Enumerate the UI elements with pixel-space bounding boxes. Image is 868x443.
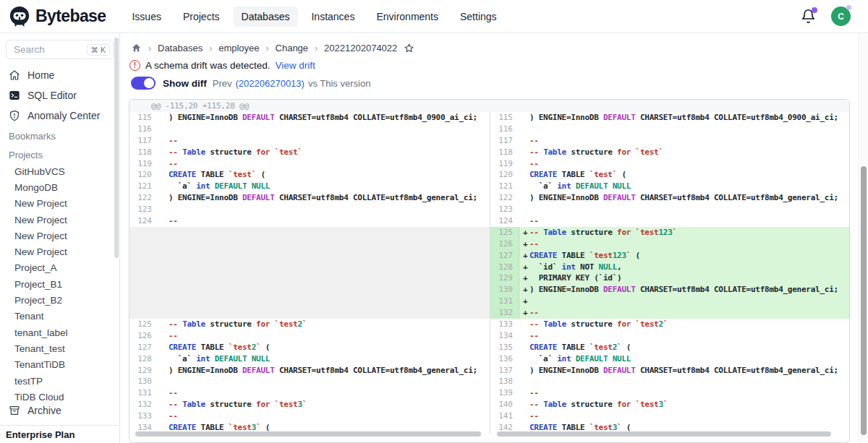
nav-item-projects[interactable]: Projects [174,7,229,27]
breadcrumb-home-icon[interactable] [131,43,142,53]
sidebar-item-sql-editor[interactable]: SQL Editor [0,85,119,106]
page-scrollbar-thumb[interactable] [861,166,867,435]
top-navigation-bar: Bytebase IssuesProjectsDatabasesInstance… [0,0,868,33]
line-number: 131 [490,296,519,307]
breadcrumb-item[interactable]: employee [218,43,259,53]
sidebar-project-item[interactable]: Tenant [0,309,119,324]
diff-row: 127CREATE TABLE `test2` ( [129,342,490,353]
left-horizontal-scrollbar[interactable] [135,431,481,436]
sidebar: Search ⌘ K Home SQL Editor Anomaly Cente… [0,33,120,443]
line-number: 120 [129,169,158,181]
sidebar-project-item[interactable]: MongoDB [0,179,119,195]
code-line: -- [519,135,849,147]
right-horizontal-scrollbar[interactable] [497,431,831,436]
diff-row: 136 `a` int DEFAULT NULL [490,353,849,365]
notifications-bell-icon[interactable] [801,9,817,25]
diff-row: 138 [490,376,849,387]
line-number: 129 [490,272,519,284]
code-line: +CREATE TABLE `test123` ( [519,250,849,262]
diff-row: 116 [129,124,490,135]
breadcrumb-separator: › [266,43,269,53]
code-line: -- Table structure for `test3` [519,399,849,410]
line-number: 119 [490,158,519,170]
sidebar-project-item[interactable]: Project_A [0,260,119,276]
diff-filler-row [129,238,490,250]
sidebar-project-item[interactable]: Project_B2 [0,292,119,308]
sidebar-item-archive[interactable]: Archive [0,401,119,420]
line-number: 127 [129,342,158,353]
diff-row: 115) ENGINE=InnoDB DEFAULT CHARSET=utf8m… [129,112,490,124]
nav-item-issues[interactable]: Issues [123,7,169,27]
user-avatar[interactable]: C [831,7,851,26]
nav-item-databases[interactable]: Databases [233,7,299,27]
nav-item-instances[interactable]: Instances [302,7,363,27]
code-line: + PRIMARY KEY (`id`) [519,272,849,284]
diff-row: 120CREATE TABLE `test` ( [129,169,490,181]
code-line: +) ENGINE=InnoDB DEFAULT CHARSET=utf8mb4… [519,284,849,296]
diff-row: 117-- [490,135,849,147]
code-line: +-- [519,238,849,250]
code-line: `a` int DEFAULT NULL [519,353,849,365]
sidebar-item-label: Archive [27,405,61,416]
line-number: 122 [129,192,158,204]
search-input[interactable]: Search ⌘ K [6,40,114,59]
sidebar-project-item[interactable]: New Project [0,212,119,228]
breadcrumb-item[interactable]: 20221202074022 [324,43,397,53]
code-line: +-- [519,307,849,319]
line-number: 132 [129,399,158,410]
sidebar-project-item[interactable]: GitHubVCS [0,163,119,179]
bytebase-logo[interactable]: Bytebase [9,6,106,27]
sidebar-project-item[interactable]: New Project [0,196,119,212]
line-number: 116 [129,124,158,135]
sidebar-project-item[interactable]: tenant_label [0,324,119,340]
view-drift-link[interactable]: View drift [276,60,315,71]
sidebar-project-item[interactable]: New Project [0,228,119,244]
sidebar-project-item[interactable]: TenantTiDB [0,357,119,373]
diff-row: 122) ENGINE=InnoDB DEFAULT CHARSET=utf8m… [129,192,490,204]
code-line: -- Table structure for `test` [158,147,490,158]
code-line: CREATE TABLE `test` ( [158,169,490,181]
line-number: 117 [129,135,158,147]
diff-filler-row [129,227,490,238]
sidebar-project-item[interactable]: Project_B1 [0,276,119,292]
diff-column-previous: 115) ENGINE=InnoDB DEFAULT CHARSET=utf8m… [129,112,490,434]
drift-message: A schema drift was detected. [145,60,271,71]
avatar-initial: C [838,12,844,22]
code-line [158,238,490,250]
sidebar-project-item[interactable]: Tenant_test [0,340,119,356]
line-number: 140 [490,399,519,410]
sidebar-item-label: Home [27,69,54,81]
sidebar-project-item[interactable]: testTP [0,373,119,389]
bookmark-star-icon[interactable] [404,43,414,53]
page-scrollbar-track [858,33,868,443]
breadcrumb-item[interactable]: Change [276,43,309,53]
nav-item-environments[interactable]: Environments [367,7,447,27]
code-line: ) ENGINE=InnoDB DEFAULT CHARSET=utf8mb4 … [158,365,490,377]
diff-row: 135CREATE TABLE `test2` ( [490,342,849,353]
sidebar-item-anomaly-center[interactable]: Anomaly Center [0,106,119,126]
diff-row: 118-- Table structure for `test` [490,147,849,158]
breadcrumb-separator: › [209,43,212,53]
diff-row: 140-- Table structure for `test3` [490,399,849,410]
diff-row: 121 `a` int DEFAULT NULL [490,181,849,192]
diff-row: 141-- [490,410,849,422]
line-number: 117 [490,135,519,147]
diff-panel: @@ -115,20 +115,28 @@ 115) ENGINE=InnoDB… [129,99,850,443]
code-line: + `id` int NOT NULL, [519,262,849,273]
code-line: CREATE TABLE `test2` ( [519,342,849,353]
archive-icon [9,405,20,416]
line-number: 125 [490,227,519,238]
diff-row: 130+) ENGINE=InnoDB DEFAULT CHARSET=utf8… [490,284,849,296]
code-line [519,124,849,135]
code-line [158,296,490,307]
sidebar-scrollbar[interactable] [114,38,119,258]
sidebar-project-item[interactable]: New Project [0,244,119,259]
breadcrumb: ›Databases›employee›Change›2022120207402… [131,43,414,53]
code-line: -- [158,387,490,399]
sidebar-item-home[interactable]: Home [0,65,119,85]
show-diff-toggle[interactable] [131,77,156,90]
nav-item-settings[interactable]: Settings [451,7,506,27]
breadcrumb-item[interactable]: Databases [158,43,203,53]
prev-version-link[interactable]: (202206270013) [235,78,304,89]
line-number: 126 [490,238,519,250]
